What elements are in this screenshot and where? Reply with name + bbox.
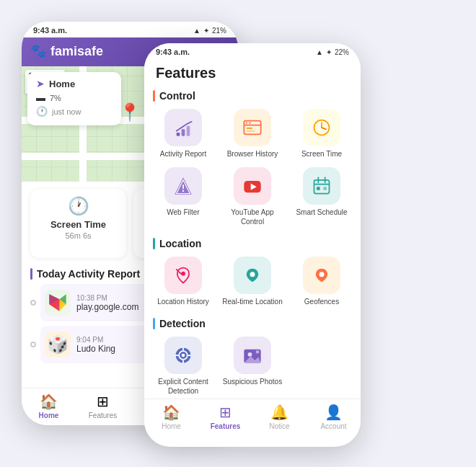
svg-point-42 xyxy=(256,350,260,354)
svg-rect-27 xyxy=(323,187,327,190)
youtube-icon xyxy=(242,176,263,196)
svg-point-30 xyxy=(250,272,255,277)
svg-point-34 xyxy=(182,354,185,357)
rnav-home[interactable]: 🏠 Home xyxy=(144,404,198,430)
logo-area: 🐾 famisafe xyxy=(30,43,103,59)
popup-time-row: 🕐 just now xyxy=(36,106,113,117)
wifi-icon: ▲ xyxy=(193,27,200,35)
feature-web-filter[interactable]: Web Filter xyxy=(153,167,213,226)
explicit-content-icon-wrap xyxy=(164,337,202,374)
svg-rect-11 xyxy=(247,128,252,129)
svg-rect-6 xyxy=(187,126,190,136)
web-filter-label: Web Filter xyxy=(167,208,199,217)
location-section-label: Location xyxy=(153,238,352,249)
svg-marker-2 xyxy=(49,294,59,311)
svg-line-15 xyxy=(322,128,326,129)
play-store-icon-wrap xyxy=(45,290,71,316)
right-header: Features xyxy=(144,59,361,90)
nav-features-left[interactable]: ⊞ Features xyxy=(76,393,130,419)
youtube-label: YouTube App Control xyxy=(222,208,283,226)
geofences-icon xyxy=(312,265,332,285)
clock-icon-popup: 🕐 xyxy=(36,106,48,117)
rnav-features[interactable]: ⊞ Features xyxy=(198,404,252,430)
feature-youtube[interactable]: YouTube App Control xyxy=(222,167,283,226)
location-history-icon-wrap xyxy=(164,257,202,294)
suspicious-photos-icon-wrap xyxy=(234,337,271,374)
clock-icon: 🕐 xyxy=(39,196,118,216)
web-filter-icon-wrap xyxy=(164,167,202,205)
logo-icon: 🐾 xyxy=(30,43,46,59)
feature-explicit-content[interactable]: Explicit Content Detection xyxy=(153,337,213,396)
map-pin: 📍 xyxy=(119,102,141,123)
battery-left: 21% xyxy=(212,27,226,35)
features-icon-left: ⊞ xyxy=(97,393,109,410)
wifi-icon-right: ▲ xyxy=(316,48,323,56)
feature-realtime-location[interactable]: Real-time Location xyxy=(222,257,283,306)
ludo-icon-wrap: 🎲 xyxy=(45,332,71,357)
feature-location-history[interactable]: Location History xyxy=(153,257,213,306)
rnav-account-label: Account xyxy=(320,422,346,430)
control-section-label: Control xyxy=(153,90,352,102)
detection-label: Detection xyxy=(159,318,206,329)
svg-point-10 xyxy=(249,122,250,123)
geofences-label: Geofences xyxy=(304,297,339,306)
svg-point-29 xyxy=(181,272,185,276)
suspicious-photos-label: Suspicious Photos xyxy=(223,377,282,386)
svg-point-31 xyxy=(319,272,325,277)
feature-browser-history[interactable]: Browser History xyxy=(222,109,283,159)
smart-schedule-icon xyxy=(312,176,332,196)
logo-text: famisafe xyxy=(50,44,103,59)
control-section: Control Activity Report xyxy=(153,90,352,226)
status-bar-left: 9:43 a.m. ▲ ✦ 21% xyxy=(22,22,238,37)
nav-home-left[interactable]: 🏠 Home xyxy=(22,393,76,419)
activity-report-icon xyxy=(173,117,193,138)
realtime-location-icon-wrap xyxy=(234,257,271,294)
screen-time-feature-icon xyxy=(312,117,332,138)
location-section-bar xyxy=(153,238,155,249)
status-icons-left: ▲ ✦ 21% xyxy=(193,27,226,35)
feature-smart-schedule[interactable]: Smart Schedule xyxy=(291,167,352,226)
svg-rect-22 xyxy=(314,180,330,194)
feature-screen-time[interactable]: Screen Time xyxy=(291,109,352,159)
nav-features-label-left: Features xyxy=(89,412,117,419)
suspicious-photos-icon xyxy=(242,345,263,365)
popup-location-name: Home xyxy=(49,79,75,89)
nav-home-label-left: Home xyxy=(39,412,59,419)
rnav-notice[interactable]: 🔔 Notice xyxy=(252,404,307,430)
feature-activity-report[interactable]: Activity Report xyxy=(153,109,213,159)
features-scroll[interactable]: Control Activity Report xyxy=(144,90,361,399)
section-bar-purple xyxy=(30,268,32,280)
bottom-nav-right: 🏠 Home ⊞ Features 🔔 Notice 👤 Account xyxy=(144,399,361,436)
location-history-icon xyxy=(173,265,193,285)
detection-section-label: Detection xyxy=(153,318,352,329)
control-label: Control xyxy=(159,90,195,102)
location-section: Location Location History xyxy=(153,238,352,306)
ludo-icon: 🎲 xyxy=(47,334,69,355)
browser-history-icon-wrap xyxy=(234,109,271,146)
smart-schedule-icon-wrap xyxy=(303,167,340,205)
location-popup: ➤ Home ▬ 7% 🕐 just now xyxy=(27,72,121,125)
popup-battery-row: ▬ 7% xyxy=(36,92,113,103)
account-icon-right: 👤 xyxy=(325,404,343,421)
activity-section-title: Today Activity Report xyxy=(37,268,140,280)
screen-time-widget-title: Screen Time xyxy=(39,219,118,230)
rnav-account[interactable]: 👤 Account xyxy=(307,404,361,430)
control-grid: Activity Report Browser History xyxy=(153,109,352,226)
explicit-content-icon xyxy=(173,345,193,365)
web-filter-icon xyxy=(173,176,193,196)
screen-time-widget[interactable]: 🕐 Screen Time 56m 6s xyxy=(30,189,126,258)
rnav-features-label: Features xyxy=(211,422,241,430)
screen-time-value: 56m 6s xyxy=(39,231,118,240)
realtime-location-label: Real-time Location xyxy=(222,297,282,306)
svg-point-40 xyxy=(248,352,252,357)
features-icon-right: ⊞ xyxy=(219,404,232,421)
feature-suspicious-photos[interactable]: Suspicious Photos xyxy=(222,337,283,396)
status-bar-right: 9:43 a.m. ▲ ✦ 22% xyxy=(144,43,361,59)
navigation-icon: ➤ xyxy=(36,78,45,89)
home-icon-right: 🏠 xyxy=(162,404,180,421)
location-label: Location xyxy=(159,238,201,249)
youtube-icon-wrap xyxy=(234,167,271,205)
activity-dot-2 xyxy=(30,342,36,347)
popup-home-row: ➤ Home xyxy=(36,78,113,89)
feature-geofences[interactable]: Geofences xyxy=(291,257,352,306)
